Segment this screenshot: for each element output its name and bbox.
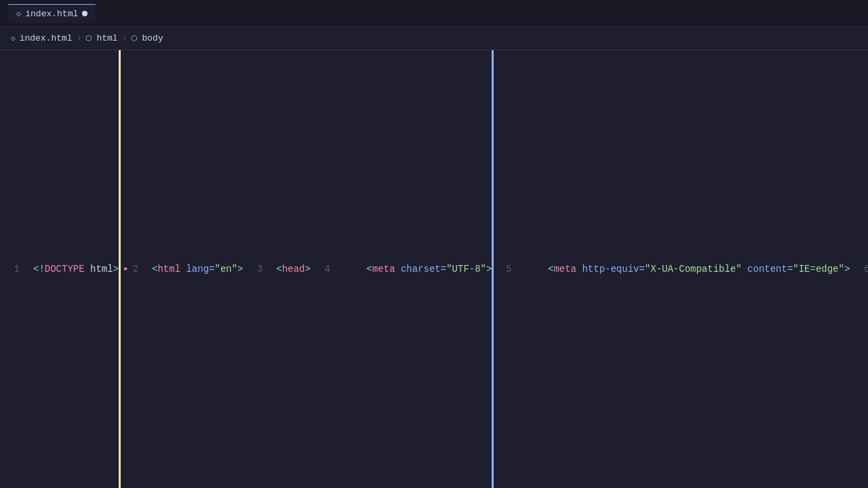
breadcrumb-body[interactable]: body	[142, 33, 163, 43]
file-icon: ◇	[16, 9, 21, 19]
line-number: 3	[256, 260, 277, 278]
gutter-indicator	[850, 50, 852, 488]
modified-indicator	[82, 11, 87, 16]
gutter-indicator	[243, 50, 245, 488]
gutter-indicator	[0, 50, 2, 488]
line-content[interactable]: <head>	[277, 260, 311, 278]
tab-index-html[interactable]: ◇ index.html	[8, 4, 96, 23]
line-content[interactable]: <meta charset="UTF-8">	[344, 260, 492, 278]
breadcrumb-html[interactable]: html	[96, 33, 117, 43]
gutter-indicator	[492, 50, 494, 488]
breadcrumb: ◇ index.html › ⬡ html › ⬡ body	[0, 27, 868, 50]
code-line: 6 <meta name="viewport" content="width=d…	[850, 50, 868, 488]
tab-bar: ◇ index.html	[0, 0, 868, 27]
code-line: 1<!DOCTYPE html>	[0, 50, 119, 488]
line-number: 1	[13, 260, 33, 278]
line-number: 6	[863, 260, 868, 278]
breadcrumb-body-icon: ⬡	[131, 34, 138, 43]
tab-label: index.html	[25, 9, 78, 19]
line-number: 5	[505, 260, 525, 278]
code-line: ▶2<html lang="en">	[119, 50, 243, 488]
code-line: 4 <meta charset="UTF-8">	[311, 50, 492, 488]
breadcrumb-sep1: ›	[77, 33, 82, 43]
line-number: 2	[132, 260, 152, 278]
line-content[interactable]: <!DOCTYPE html>	[33, 260, 119, 278]
code-line: 5 <meta http-equiv="X-UA-Compatible" con…	[492, 50, 850, 488]
line-content[interactable]: <meta http-equiv="X-UA-Compatible" conte…	[525, 260, 850, 278]
code-line: 3<head>	[243, 50, 311, 488]
breadcrumb-html-icon: ⬡	[85, 34, 92, 43]
breadcrumb-file-icon: ◇	[11, 34, 16, 43]
line-content[interactable]: <html lang="en">	[152, 260, 243, 278]
breadcrumb-sep2: ›	[122, 33, 127, 43]
editor[interactable]: 1<!DOCTYPE html>▶2<html lang="en">3<head…	[0, 50, 868, 488]
breadcrumb-file[interactable]: index.html	[20, 33, 73, 43]
gutter-indicator	[311, 50, 313, 488]
fold-arrow[interactable]: ▶	[121, 260, 132, 278]
line-number: 4	[323, 260, 344, 278]
